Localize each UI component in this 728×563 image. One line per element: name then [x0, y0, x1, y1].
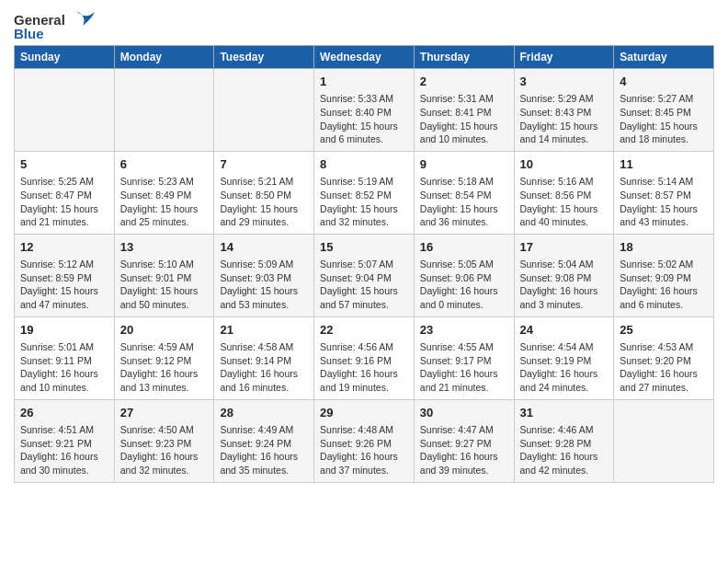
- calendar-day-cell: 6Sunrise: 5:23 AM Sunset: 8:49 PM Daylig…: [114, 151, 214, 234]
- day-info: Sunrise: 5:10 AM Sunset: 9:01 PM Dayligh…: [120, 258, 209, 312]
- day-info: Sunrise: 4:50 AM Sunset: 9:23 PM Dayligh…: [120, 423, 209, 477]
- day-number: 10: [520, 156, 609, 173]
- day-number: 2: [420, 74, 508, 90]
- calendar-day-cell: 10Sunrise: 5:16 AM Sunset: 8:56 PM Dayli…: [514, 151, 614, 234]
- calendar-day-cell: 18Sunrise: 5:02 AM Sunset: 9:09 PM Dayli…: [614, 234, 714, 316]
- svg-text:Blue: Blue: [14, 26, 44, 41]
- day-number: 17: [520, 239, 609, 256]
- day-number: 15: [320, 239, 408, 256]
- day-number: 20: [120, 322, 209, 339]
- day-info: Sunrise: 4:49 AM Sunset: 9:24 PM Dayligh…: [220, 423, 308, 477]
- day-info: Sunrise: 4:53 AM Sunset: 9:20 PM Dayligh…: [620, 340, 708, 395]
- day-number: 29: [320, 405, 408, 421]
- day-info: Sunrise: 5:07 AM Sunset: 9:04 PM Dayligh…: [320, 258, 408, 312]
- calendar-day-cell: 22Sunrise: 4:56 AM Sunset: 9:16 PM Dayli…: [314, 316, 415, 399]
- day-number: 6: [120, 156, 209, 173]
- calendar-empty-cell: [214, 69, 314, 152]
- calendar-day-cell: 24Sunrise: 4:54 AM Sunset: 9:19 PM Dayli…: [514, 316, 614, 399]
- calendar-day-cell: 27Sunrise: 4:50 AM Sunset: 9:23 PM Dayli…: [114, 399, 214, 482]
- day-info: Sunrise: 5:14 AM Sunset: 8:57 PM Dayligh…: [620, 175, 708, 229]
- day-info: Sunrise: 5:27 AM Sunset: 8:45 PM Dayligh…: [620, 92, 708, 146]
- calendar-day-cell: 17Sunrise: 5:04 AM Sunset: 9:08 PM Dayli…: [514, 234, 614, 316]
- day-number: 22: [320, 322, 408, 339]
- day-number: 4: [620, 74, 708, 90]
- day-info: Sunrise: 4:54 AM Sunset: 9:19 PM Dayligh…: [520, 340, 609, 395]
- calendar-day-cell: 4Sunrise: 5:27 AM Sunset: 8:45 PM Daylig…: [614, 69, 714, 152]
- day-info: Sunrise: 5:19 AM Sunset: 8:52 PM Dayligh…: [320, 175, 408, 229]
- calendar-day-cell: 28Sunrise: 4:49 AM Sunset: 9:24 PM Dayli…: [214, 399, 314, 482]
- calendar-day-cell: 15Sunrise: 5:07 AM Sunset: 9:04 PM Dayli…: [314, 234, 415, 316]
- calendar-day-cell: 21Sunrise: 4:58 AM Sunset: 9:14 PM Dayli…: [214, 316, 314, 399]
- day-number: 30: [420, 405, 508, 421]
- day-info: Sunrise: 5:09 AM Sunset: 9:03 PM Dayligh…: [220, 258, 308, 312]
- calendar-day-cell: 2Sunrise: 5:31 AM Sunset: 8:41 PM Daylig…: [414, 69, 514, 152]
- weekday-header-saturday: Saturday: [614, 46, 714, 69]
- calendar-day-cell: 8Sunrise: 5:19 AM Sunset: 8:52 PM Daylig…: [314, 151, 415, 234]
- day-number: 12: [20, 239, 108, 256]
- day-info: Sunrise: 5:04 AM Sunset: 9:08 PM Dayligh…: [520, 258, 609, 312]
- weekday-header-tuesday: Tuesday: [214, 46, 314, 69]
- weekday-header-sunday: Sunday: [15, 46, 115, 69]
- logo-icon: GeneralBlue: [14, 9, 97, 41]
- calendar-week-row: 1Sunrise: 5:33 AM Sunset: 8:40 PM Daylig…: [15, 69, 714, 152]
- calendar-day-cell: 7Sunrise: 5:21 AM Sunset: 8:50 PM Daylig…: [214, 151, 314, 234]
- day-info: Sunrise: 5:31 AM Sunset: 8:41 PM Dayligh…: [420, 92, 508, 146]
- weekday-header-thursday: Thursday: [414, 46, 514, 69]
- calendar-day-cell: 3Sunrise: 5:29 AM Sunset: 8:43 PM Daylig…: [514, 69, 614, 152]
- day-info: Sunrise: 5:29 AM Sunset: 8:43 PM Dayligh…: [520, 92, 609, 146]
- calendar-day-cell: 13Sunrise: 5:10 AM Sunset: 9:01 PM Dayli…: [114, 234, 214, 316]
- day-number: 27: [120, 405, 209, 421]
- day-info: Sunrise: 4:51 AM Sunset: 9:21 PM Dayligh…: [20, 423, 108, 477]
- day-number: 7: [220, 156, 308, 173]
- day-info: Sunrise: 4:56 AM Sunset: 9:16 PM Dayligh…: [320, 340, 408, 395]
- day-number: 23: [420, 322, 508, 339]
- calendar-day-cell: 29Sunrise: 4:48 AM Sunset: 9:26 PM Dayli…: [314, 399, 415, 482]
- calendar-day-cell: 16Sunrise: 5:05 AM Sunset: 9:06 PM Dayli…: [414, 234, 514, 316]
- calendar-day-cell: 30Sunrise: 4:47 AM Sunset: 9:27 PM Dayli…: [414, 399, 514, 482]
- calendar-week-row: 5Sunrise: 5:25 AM Sunset: 8:47 PM Daylig…: [15, 151, 714, 234]
- calendar-week-row: 19Sunrise: 5:01 AM Sunset: 9:11 PM Dayli…: [15, 316, 714, 399]
- day-number: 31: [520, 405, 609, 421]
- calendar-empty-cell: [15, 69, 115, 152]
- day-info: Sunrise: 5:01 AM Sunset: 9:11 PM Dayligh…: [20, 340, 108, 395]
- day-info: Sunrise: 5:02 AM Sunset: 9:09 PM Dayligh…: [620, 258, 708, 312]
- day-number: 5: [20, 156, 108, 173]
- weekday-header-friday: Friday: [514, 46, 614, 69]
- day-number: 3: [520, 74, 609, 90]
- day-info: Sunrise: 4:48 AM Sunset: 9:26 PM Dayligh…: [320, 423, 408, 477]
- day-number: 9: [420, 156, 508, 173]
- day-info: Sunrise: 4:47 AM Sunset: 9:27 PM Dayligh…: [420, 423, 508, 477]
- calendar-table: SundayMondayTuesdayWednesdayThursdayFrid…: [14, 45, 714, 483]
- calendar-day-cell: 20Sunrise: 4:59 AM Sunset: 9:12 PM Dayli…: [114, 316, 214, 399]
- calendar-empty-cell: [614, 399, 714, 482]
- day-info: Sunrise: 4:59 AM Sunset: 9:12 PM Dayligh…: [120, 340, 209, 395]
- calendar-day-cell: 9Sunrise: 5:18 AM Sunset: 8:54 PM Daylig…: [414, 151, 514, 234]
- day-number: 24: [520, 322, 609, 339]
- day-number: 28: [220, 405, 308, 421]
- day-number: 26: [20, 405, 108, 421]
- day-number: 1: [320, 74, 408, 90]
- calendar-day-cell: 23Sunrise: 4:55 AM Sunset: 9:17 PM Dayli…: [414, 316, 514, 399]
- day-info: Sunrise: 5:18 AM Sunset: 8:54 PM Dayligh…: [420, 175, 508, 229]
- weekday-header-row: SundayMondayTuesdayWednesdayThursdayFrid…: [15, 46, 714, 69]
- day-number: 21: [220, 322, 308, 339]
- day-number: 11: [620, 156, 708, 173]
- day-number: 18: [620, 239, 708, 256]
- day-info: Sunrise: 5:16 AM Sunset: 8:56 PM Dayligh…: [520, 175, 609, 229]
- calendar-week-row: 12Sunrise: 5:12 AM Sunset: 8:59 PM Dayli…: [15, 234, 714, 316]
- calendar-day-cell: 26Sunrise: 4:51 AM Sunset: 9:21 PM Dayli…: [15, 399, 115, 482]
- day-info: Sunrise: 5:05 AM Sunset: 9:06 PM Dayligh…: [420, 258, 508, 312]
- weekday-header-wednesday: Wednesday: [314, 46, 415, 69]
- logo: GeneralBlue: [14, 9, 97, 41]
- day-info: Sunrise: 5:25 AM Sunset: 8:47 PM Dayligh…: [20, 175, 108, 229]
- day-info: Sunrise: 4:58 AM Sunset: 9:14 PM Dayligh…: [220, 340, 308, 395]
- calendar-day-cell: 14Sunrise: 5:09 AM Sunset: 9:03 PM Dayli…: [214, 234, 314, 316]
- calendar-day-cell: 25Sunrise: 4:53 AM Sunset: 9:20 PM Dayli…: [614, 316, 714, 399]
- header: GeneralBlue: [14, 9, 714, 41]
- calendar-day-cell: 5Sunrise: 5:25 AM Sunset: 8:47 PM Daylig…: [15, 151, 115, 234]
- day-number: 14: [220, 239, 308, 256]
- calendar-week-row: 26Sunrise: 4:51 AM Sunset: 9:21 PM Dayli…: [15, 399, 714, 482]
- day-info: Sunrise: 4:55 AM Sunset: 9:17 PM Dayligh…: [420, 340, 508, 395]
- day-number: 25: [620, 322, 708, 339]
- calendar-day-cell: 1Sunrise: 5:33 AM Sunset: 8:40 PM Daylig…: [314, 69, 415, 152]
